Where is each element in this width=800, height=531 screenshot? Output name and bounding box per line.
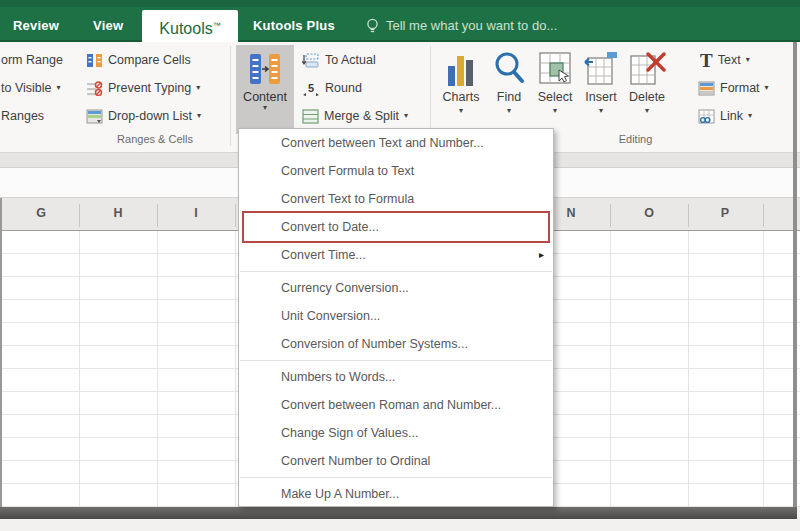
- to-actual-label: To Actual: [325, 51, 376, 69]
- dropdown-list-icon: [86, 109, 103, 124]
- tell-me-label: Tell me what you want to do...: [386, 12, 557, 40]
- convert-time-label: Convert Time...: [281, 248, 366, 262]
- menu-item-roman-number[interactable]: Convert between Roman and Number...: [239, 391, 553, 419]
- delete-icon: [628, 50, 666, 88]
- column-header-g[interactable]: G: [26, 206, 56, 220]
- ribbon-group-separator: [230, 46, 231, 146]
- ribbon-item-text[interactable]: T Text ▾: [700, 51, 750, 69]
- column-divider: [235, 204, 236, 227]
- ribbon-item-form-range[interactable]: orm Range: [1, 51, 63, 69]
- charts-button[interactable]: Charts ▾: [434, 50, 488, 115]
- link-label: Link: [720, 107, 743, 125]
- chevron-down-icon: ▾: [263, 104, 267, 112]
- insert-button[interactable]: Insert ▾: [580, 50, 622, 115]
- round-label: Round: [325, 79, 362, 97]
- to-visible-label: to Visible: [1, 79, 52, 97]
- ribbon-item-compare-cells[interactable]: Compare Cells: [86, 51, 191, 69]
- charts-icon: [446, 50, 476, 88]
- grid-column-line: [235, 231, 236, 507]
- find-button[interactable]: Find ▾: [488, 50, 530, 115]
- menu-item-convert-formula-to-text[interactable]: Convert Formula to Text: [239, 157, 553, 185]
- svg-text:5: 5: [308, 82, 314, 94]
- menu-item-convert-time[interactable]: Convert Time... ▸: [239, 241, 553, 269]
- menu-item-number-systems[interactable]: Conversion of Number Systems...: [239, 330, 553, 358]
- column-header-i[interactable]: I: [181, 206, 211, 220]
- delete-button[interactable]: Delete ▾: [624, 50, 670, 115]
- column-divider: [610, 204, 611, 227]
- search-icon: [492, 50, 526, 88]
- chevron-down-icon: ▾: [57, 84, 61, 92]
- find-label: Find: [497, 90, 521, 104]
- column-header-h[interactable]: H: [103, 206, 133, 220]
- insert-icon: [583, 50, 619, 88]
- window-right-border: [793, 42, 797, 519]
- text-icon: T: [700, 53, 713, 68]
- select-button[interactable]: Select ▾: [532, 50, 578, 115]
- delete-label: Delete: [629, 90, 665, 104]
- ribbon-item-link[interactable]: Link ▾: [698, 107, 752, 125]
- ribbon-item-to-visible[interactable]: to Visible ▾: [1, 79, 61, 97]
- column-header-o[interactable]: O: [634, 206, 664, 220]
- link-icon: [698, 109, 715, 124]
- grid-column-line: [157, 231, 158, 507]
- tell-me-box[interactable]: Tell me what you want to do...: [366, 12, 557, 40]
- chevron-down-icon: ▾: [645, 107, 649, 115]
- column-divider: [763, 204, 764, 227]
- chevron-down-icon: ▾: [746, 56, 750, 64]
- format-icon: [698, 81, 715, 96]
- chevron-down-icon: ▾: [599, 107, 603, 115]
- menu-item-numbers-to-words[interactable]: Numbers to Words...: [239, 363, 553, 391]
- to-actual-icon: [302, 53, 320, 68]
- compare-cells-icon: [86, 53, 103, 68]
- menu-item-currency-conversion[interactable]: Currency Conversion...: [239, 274, 553, 302]
- ribbon-item-ranges[interactable]: Ranges: [1, 107, 44, 125]
- grid-column-line: [763, 231, 764, 507]
- menu-item-convert-to-date[interactable]: Convert to Date...: [239, 213, 553, 241]
- column-header-p[interactable]: P: [710, 206, 740, 220]
- ranges-label: Ranges: [1, 107, 44, 125]
- select-icon: [537, 50, 573, 88]
- tab-kutools-active[interactable]: Kutools™: [142, 10, 238, 42]
- ribbon-item-round[interactable]: 5 Round: [302, 79, 362, 97]
- text-label: Text: [718, 51, 741, 69]
- menu-item-change-sign[interactable]: Change Sign of Values...: [239, 419, 553, 447]
- chevron-down-icon: ▾: [404, 112, 408, 120]
- convert-to-date-label: Convert to Date...: [281, 220, 379, 234]
- lightbulb-icon: [366, 18, 379, 34]
- content-button-label: Content: [243, 90, 287, 104]
- grid-column-line: [688, 231, 689, 507]
- column-divider: [157, 204, 158, 227]
- ribbon-item-format[interactable]: Format ▾: [698, 79, 769, 97]
- chevron-down-icon: ▾: [507, 107, 511, 115]
- window-bottom-edge: [0, 507, 797, 519]
- grid-column-line: [610, 231, 611, 507]
- menu-item-convert-text-to-formula[interactable]: Convert Text to Formula: [239, 185, 553, 213]
- menu-item-unit-conversion[interactable]: Unit Conversion...: [239, 302, 553, 330]
- chevron-down-icon: ▾: [196, 84, 200, 92]
- prevent-typing-icon: [86, 81, 103, 96]
- round-icon: 5: [302, 81, 320, 96]
- group-label-editing: Editing: [558, 133, 713, 145]
- column-header-n[interactable]: N: [556, 206, 586, 220]
- select-label: Select: [538, 90, 573, 104]
- ribbon-item-merge-split[interactable]: Merge & Split ▾: [302, 107, 408, 125]
- form-range-label: orm Range: [1, 51, 63, 69]
- tab-review[interactable]: Review: [13, 12, 59, 40]
- chevron-down-icon: ▾: [765, 84, 769, 92]
- menu-item-convert-text-number[interactable]: Convert between Text and Number...: [239, 129, 553, 157]
- prevent-typing-label: Prevent Typing: [108, 79, 191, 97]
- chevron-down-icon: ▾: [553, 107, 557, 115]
- ribbon-item-dropdown-list[interactable]: Drop-down List ▾: [86, 107, 201, 125]
- ribbon-item-to-actual[interactable]: To Actual: [302, 51, 376, 69]
- menu-item-number-to-ordinal[interactable]: Convert Number to Ordinal: [239, 447, 553, 475]
- menu-item-make-up-number[interactable]: Make Up A Number...: [239, 480, 553, 508]
- chevron-down-icon: ▾: [748, 112, 752, 120]
- ribbon-item-prevent-typing[interactable]: Prevent Typing ▾: [86, 79, 200, 97]
- tab-kutools-plus[interactable]: Kutools Plus: [253, 12, 335, 40]
- trademark-symbol: ™: [213, 21, 221, 30]
- content-button[interactable]: Content ▾: [236, 45, 294, 134]
- tab-view[interactable]: View: [93, 12, 123, 40]
- column-divider: [79, 204, 80, 227]
- group-label-ranges-cells: Ranges & Cells: [75, 133, 235, 145]
- titlebar-edge: [0, 0, 800, 7]
